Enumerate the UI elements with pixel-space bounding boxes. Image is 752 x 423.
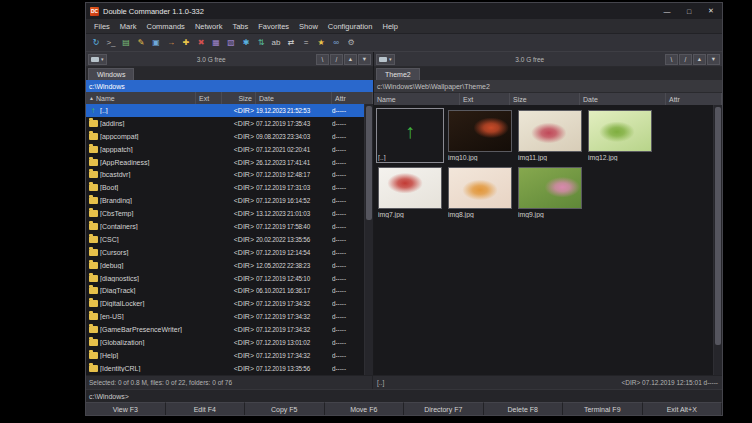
right-parent-dir-button[interactable]: / [679,54,692,65]
folder-icon [86,184,100,191]
file-row[interactable]: [debug]<DIR>12.05.2022 22:38:23d----- [86,259,364,272]
menu-item-commands[interactable]: Commands [142,22,190,31]
fnkey-f9[interactable]: Terminal F9 [563,402,643,415]
move-icon[interactable]: → [164,36,178,49]
file-row[interactable]: [Containers]<DIR>07.12.2019 17:58:40d---… [86,220,364,233]
file-row[interactable]: [Branding]<DIR>07.12.2019 16:14:52d----- [86,194,364,207]
scroll-thumb[interactable] [366,106,372,220]
left-drive-button[interactable]: ▾ [88,54,107,65]
file-row[interactable]: [Boot]<DIR>07.12.2019 17:31:03d----- [86,181,364,194]
compare-icon[interactable]: = [299,36,313,49]
column-header-attr[interactable]: Attr [666,93,722,105]
right-root-dir-button[interactable]: \ [665,54,678,65]
right-drive-button[interactable]: ▾ [376,54,395,65]
file-row[interactable]: [DigitalLocker]<DIR>07.12.2019 17:34:32d… [86,297,364,310]
column-header-date[interactable]: Date [580,93,666,105]
edit-icon[interactable]: ✎ [134,36,148,49]
file-row[interactable]: [GameBarPresenceWriter]<DIR>07.12.2019 1… [86,323,364,336]
file-attr: d----- [332,313,364,320]
left-tab-windows[interactable]: Windows [88,68,134,80]
right-path-bar[interactable]: c:\Windows\Web\Wallpaper\Theme2 [374,80,722,93]
view-icon[interactable]: ▤ [119,36,133,49]
menu-item-favorites[interactable]: Favorites [253,22,294,31]
multi-rename-icon[interactable]: ab [269,36,283,49]
column-header-ext[interactable]: Ext [460,93,510,105]
sync-dirs-icon[interactable]: ⇅ [254,36,268,49]
options-icon[interactable]: ⚙ [344,36,358,49]
scroll-thumb[interactable] [715,107,721,345]
file-row[interactable]: [diagnostics]<DIR>07.12.2019 12:45:10d--… [86,272,364,285]
swap-panels-icon[interactable]: ⇄ [284,36,298,49]
fnkey-f3[interactable]: View F3 [86,402,166,415]
fnkey-alt-x[interactable]: Exit Alt+X [643,402,723,415]
file-row[interactable]: [addins]<DIR>07.12.2019 17:35:43d----- [86,117,364,130]
left-root-dir-button[interactable]: \ [316,54,329,65]
column-header-name[interactable]: Name [374,93,460,105]
file-row[interactable]: [Globalization]<DIR>07.12.2019 13:01:02d… [86,336,364,349]
file-row[interactable]: ↑[..]<DIR>19.12.2023 21:52:53d----- [86,104,364,117]
file-row[interactable]: [appcompat]<DIR>09.08.2023 23:34:03d----… [86,130,364,143]
column-header-size[interactable]: Size [222,92,256,104]
menu-item-network[interactable]: Network [190,22,228,31]
file-row[interactable]: [Help]<DIR>07.12.2019 17:34:32d----- [86,349,364,362]
menu-item-tabs[interactable]: Tabs [227,22,253,31]
menu-item-mark[interactable]: Mark [115,22,142,31]
column-header-name[interactable]: ▲ Name [86,92,196,104]
left-scrollbar[interactable] [364,104,373,375]
file-row[interactable]: [AppReadiness]<DIR>26.12.2023 17:41:41d-… [86,156,364,169]
extract-icon[interactable]: ▧ [224,36,238,49]
file-row[interactable]: [apppatch]<DIR>07.12.2021 02:20:41d----- [86,143,364,156]
fnkey-f4[interactable]: Edit F4 [166,402,246,415]
pack-icon[interactable]: ▦ [209,36,223,49]
minimize-button[interactable]: — [656,3,678,19]
thumb-item[interactable]: img8.jpg [446,165,514,220]
thumb-item[interactable]: img9.jpg [516,165,584,220]
column-header-ext[interactable]: Ext [196,92,222,104]
file-row[interactable]: [bcastdvr]<DIR>07.12.2019 12:48:17d----- [86,168,364,181]
column-header-date[interactable]: Date [256,92,332,104]
right-scrollbar[interactable] [713,105,722,375]
favorites-icon[interactable]: ★ [314,36,328,49]
file-row[interactable]: [DiagTrack]<DIR>06.10.2021 16:36:17d----… [86,284,364,297]
maximize-button[interactable]: □ [678,3,700,19]
parent-dir-icon: ↑ [86,106,100,115]
menu-item-help[interactable]: Help [377,22,402,31]
delete-icon[interactable]: ✖ [194,36,208,49]
fnkey-f8[interactable]: Delete F8 [484,402,564,415]
file-row[interactable]: [CSC]<DIR>20.02.2022 13:35:56d----- [86,233,364,246]
file-row[interactable]: [Cursors]<DIR>07.12.2019 12:14:54d----- [86,246,364,259]
left-path-bar[interactable]: c:\Windows [86,80,373,92]
left-parent-dir-button[interactable]: / [330,54,343,65]
refresh-icon[interactable]: ↻ [89,36,103,49]
fnkey-f5[interactable]: Copy F5 [245,402,325,415]
file-row[interactable]: [en-US]<DIR>07.12.2019 17:34:32d----- [86,310,364,323]
command-input[interactable] [129,390,722,402]
left-history-dropdown-button[interactable]: ▾ [358,54,371,65]
right-tab-theme2[interactable]: Theme2 [376,68,420,80]
fnkey-f7[interactable]: Directory F7 [404,402,484,415]
thumb-item[interactable]: img12.jpg [586,108,654,163]
run-terminal-icon[interactable]: >_ [104,36,118,49]
network-icon[interactable]: ∞ [329,36,343,49]
column-header-size[interactable]: Size [510,93,580,105]
file-row[interactable]: [CbsTemp]<DIR>13.12.2023 21:01:03d----- [86,207,364,220]
right-history-dropdown-button[interactable]: ▾ [707,54,720,65]
close-button[interactable]: ✕ [700,3,722,19]
thumb-item[interactable]: img11.jpg [516,108,584,163]
fnkey-f6[interactable]: Move F6 [325,402,405,415]
column-header-attr[interactable]: Attr [332,92,373,104]
copy-icon[interactable]: ▣ [149,36,163,49]
left-up-button[interactable]: ▴ [344,54,357,65]
file-row[interactable]: [IdentityCRL]<DIR>07.12.2019 13:35:56d--… [86,362,364,375]
new-folder-icon[interactable]: ✚ [179,36,193,49]
thumb-item-parent[interactable]: ↑[..] [376,108,444,163]
file-date: 07.12.2019 12:14:54 [256,249,332,256]
search-icon[interactable]: ✱ [239,36,253,49]
right-up-button[interactable]: ▴ [693,54,706,65]
menu-item-show[interactable]: Show [294,22,323,31]
menu-item-configuration[interactable]: Configuration [323,22,378,31]
thumb-item[interactable]: img10.jpg [446,108,514,163]
thumb-item[interactable]: img7.jpg [376,165,444,220]
menu-item-files[interactable]: Files [89,22,115,31]
file-date: 07.12.2021 02:20:41 [256,146,332,153]
